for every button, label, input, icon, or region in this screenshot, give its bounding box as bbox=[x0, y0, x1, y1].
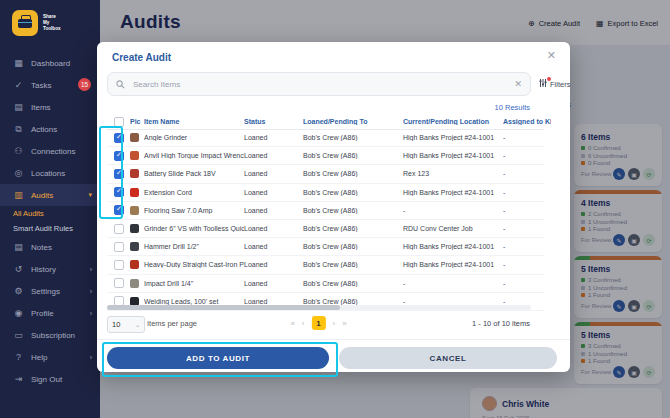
modal-filters-button[interactable]: Filters bbox=[539, 79, 570, 89]
sidebar-item-locations[interactable]: ◎Locations bbox=[0, 162, 100, 184]
row-checkbox[interactable] bbox=[114, 151, 124, 161]
sidebar-item-notes[interactable]: ▤Notes bbox=[0, 236, 100, 258]
item-thumbnail bbox=[130, 242, 139, 251]
add-to-audit-button[interactable]: ADD TO AUDIT bbox=[107, 347, 329, 369]
subscription-icon: ▭ bbox=[13, 330, 24, 340]
sidebar-item-label: Notes bbox=[31, 243, 52, 252]
kit-cell: - bbox=[503, 170, 551, 177]
page-number-button[interactable]: 1 bbox=[312, 316, 326, 330]
status-cell: Loaned bbox=[244, 243, 303, 250]
item-thumbnail bbox=[130, 169, 139, 178]
loaned-to-cell: Bob's Crew (A86) bbox=[303, 261, 403, 268]
sidebar-item-profile[interactable]: ◉Profile› bbox=[0, 302, 100, 324]
loaned-to-cell: Bob's Crew (A86) bbox=[303, 280, 403, 287]
sidebar-item-connections[interactable]: ⚇Connections bbox=[0, 140, 100, 162]
app-screen: Audits ⊕ Create Audit ▦ Export to Excel bbox=[0, 0, 670, 418]
table-row[interactable]: Grinder 6" VS with Toolless Quick CLoane… bbox=[107, 220, 544, 238]
row-checkbox[interactable] bbox=[114, 187, 124, 197]
sidebar-nav: ▦Dashboard✓Tasks15▤Items⧉Actions⚇Connect… bbox=[0, 52, 100, 390]
prev-page-icon[interactable]: ‹ bbox=[302, 319, 305, 328]
location-cell: RDU Conv Center Job bbox=[403, 225, 503, 232]
item-name-cell: Flooring Saw 7.0 Amp bbox=[144, 207, 244, 214]
items-icon: ▤ bbox=[13, 102, 24, 112]
item-thumbnail bbox=[130, 133, 139, 142]
kit-cell: - bbox=[503, 152, 551, 159]
sidebar: ShareMyToolbox ▦Dashboard✓Tasks15▤Items⧉… bbox=[0, 0, 100, 418]
row-checkbox[interactable] bbox=[114, 242, 124, 252]
table-row[interactable]: Hammer Drill 1/2"LoanedBob's Crew (A86)H… bbox=[107, 238, 544, 256]
item-name-cell: Grinder 6" VS with Toolless Quick C bbox=[144, 225, 244, 232]
app-logo[interactable]: ShareMyToolbox bbox=[0, 0, 100, 44]
item-name-cell: Battery Slide Pack 18V bbox=[144, 170, 244, 177]
sidebar-item-audits[interactable]: ▥Audits▾ bbox=[0, 184, 100, 206]
item-thumbnail bbox=[130, 188, 139, 197]
sidebar-item-dashboard[interactable]: ▦Dashboard bbox=[0, 52, 100, 74]
item-name-cell: Welding Leads, 100' set bbox=[144, 298, 244, 305]
status-cell: Loaned bbox=[244, 280, 303, 287]
sidebar-item-label: Tasks bbox=[31, 81, 51, 90]
table-row[interactable]: Flooring Saw 7.0 AmpLoanedBob's Crew (A8… bbox=[107, 202, 544, 220]
chevron-right-icon: › bbox=[90, 266, 92, 273]
loaned-to-cell: Bob's Crew (A86) bbox=[303, 243, 403, 250]
sidebar-item-actions[interactable]: ⧉Actions bbox=[0, 118, 100, 140]
item-name-cell: Anvil High Torque Impact Wrench bbox=[144, 152, 244, 159]
scrollbar-thumb[interactable] bbox=[107, 305, 340, 310]
next-page-icon[interactable]: › bbox=[333, 319, 336, 328]
sidebar-item-label: Items bbox=[31, 103, 51, 112]
chevron-down-icon: ⌄ bbox=[135, 321, 140, 328]
settings-icon: ⚙ bbox=[13, 286, 24, 296]
close-icon[interactable]: ✕ bbox=[547, 49, 556, 62]
row-checkbox[interactable] bbox=[114, 260, 124, 270]
row-checkbox[interactable] bbox=[114, 133, 124, 143]
table-row[interactable]: Angle GrinderLoanedBob's Crew (A86)High … bbox=[107, 129, 544, 147]
item-thumbnail bbox=[130, 260, 139, 269]
table-row[interactable]: Impact Drill 1/4"LoanedBob's Crew (A86)-… bbox=[107, 275, 544, 293]
sidebar-item-tasks[interactable]: ✓Tasks15 bbox=[0, 74, 100, 96]
cancel-button[interactable]: CANCEL bbox=[339, 347, 557, 369]
divider bbox=[97, 339, 570, 340]
sidebar-item-label: History bbox=[31, 265, 56, 274]
row-checkbox[interactable] bbox=[114, 224, 124, 234]
status-cell: Loaned bbox=[244, 170, 303, 177]
signout-icon: ⇥ bbox=[13, 374, 24, 384]
search-input[interactable] bbox=[131, 79, 508, 90]
table-row[interactable]: Extension CordLoanedBob's Crew (A86)High… bbox=[107, 184, 544, 202]
sidebar-item-label: Settings bbox=[31, 287, 60, 296]
table-row[interactable]: Battery Slide Pack 18VLoanedBob's Crew (… bbox=[107, 165, 544, 183]
sidebar-item-label: All Audits bbox=[13, 209, 44, 218]
kit-cell: - bbox=[503, 280, 551, 287]
toolbox-logo-icon bbox=[12, 10, 38, 36]
chevron-right-icon: › bbox=[90, 310, 92, 317]
sidebar-item-items[interactable]: ▤Items bbox=[0, 96, 100, 118]
brand-text: ShareMyToolbox bbox=[43, 14, 61, 31]
pagination-range-label: 1 - 10 of 10 items bbox=[472, 319, 530, 328]
select-all-checkbox[interactable] bbox=[114, 117, 124, 127]
sidebar-item-help[interactable]: ?Help› bbox=[0, 346, 100, 368]
sidebar-item-label: Actions bbox=[31, 125, 57, 134]
page-size-dropdown[interactable]: 10 ⌄ bbox=[107, 316, 145, 333]
sidebar-item-all-audits[interactable]: All Audits bbox=[0, 206, 100, 221]
clear-search-icon[interactable]: ✕ bbox=[514, 79, 522, 89]
sidebar-item-label: Audits bbox=[31, 191, 53, 200]
table-row[interactable]: Heavy-Duty Straight Cast-Iron PipeLoaned… bbox=[107, 256, 544, 274]
sidebar-item-settings[interactable]: ⚙Settings› bbox=[0, 280, 100, 302]
locations-icon: ◎ bbox=[13, 168, 24, 178]
status-cell: Loaned bbox=[244, 261, 303, 268]
connections-icon: ⚇ bbox=[13, 146, 24, 156]
sidebar-item-sign-out[interactable]: ⇥Sign Out bbox=[0, 368, 100, 390]
table-row[interactable]: Anvil High Torque Impact WrenchLoanedBob… bbox=[107, 147, 544, 165]
row-checkbox[interactable] bbox=[114, 205, 124, 215]
row-checkbox[interactable] bbox=[114, 169, 124, 179]
sidebar-item-smart-audit-rules[interactable]: Smart Audit Rules bbox=[0, 221, 100, 236]
sidebar-item-subscription[interactable]: ▭Subscription bbox=[0, 324, 100, 346]
sidebar-item-history[interactable]: ↺History› bbox=[0, 258, 100, 280]
first-page-icon[interactable]: « bbox=[290, 319, 294, 328]
row-checkbox[interactable] bbox=[114, 278, 124, 288]
chevron-right-icon: › bbox=[90, 354, 92, 361]
loaned-to-cell: Bob's Crew (A86) bbox=[303, 134, 403, 141]
sidebar-item-label: Subscription bbox=[31, 331, 75, 340]
last-page-icon[interactable]: » bbox=[342, 319, 346, 328]
create-audit-modal: Create Audit ✕ ✕ Filt bbox=[97, 42, 570, 372]
pagination: 10 ⌄ Items per page « ‹ 1 › » 1 - 10 of … bbox=[107, 316, 530, 334]
kit-cell: - bbox=[503, 207, 551, 214]
